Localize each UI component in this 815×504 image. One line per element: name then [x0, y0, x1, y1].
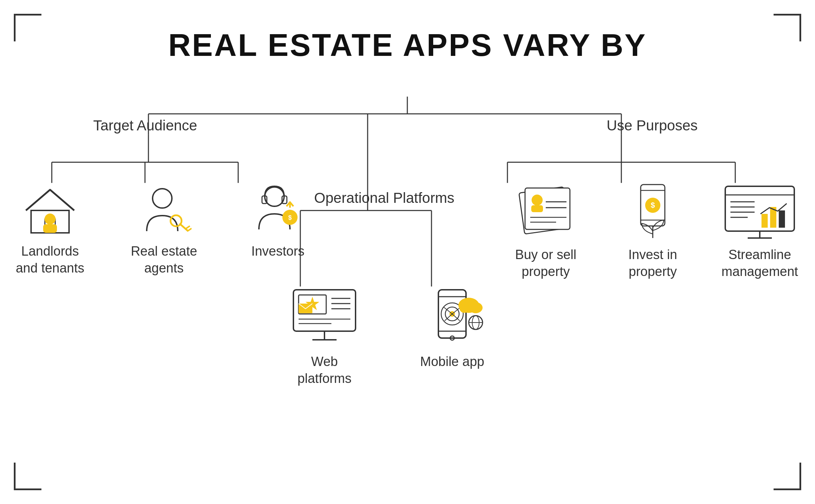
mobile-node: Mobile app — [411, 286, 494, 370]
agents-node: Real estateagents — [124, 183, 204, 277]
buy-sell-label: Buy or sellproperty — [515, 246, 576, 280]
landlords-icon — [22, 183, 78, 238]
invest-node: $ Invest inproperty — [611, 183, 694, 280]
mobile-label: Mobile app — [420, 353, 484, 370]
corner-tr — [774, 14, 801, 41]
svg-text:$: $ — [651, 201, 655, 209]
streamline-icon — [722, 183, 798, 241]
svg-line-26 — [187, 228, 192, 231]
svg-point-63 — [532, 195, 543, 206]
invest-icon: $ — [625, 183, 680, 241]
agents-label: Real estateagents — [131, 243, 197, 277]
corner-tl — [14, 14, 41, 41]
operational-platforms-label: Operational Platforms — [314, 190, 418, 206]
streamline-label: Streamlinemanagement — [721, 246, 798, 280]
invest-label: Invest inproperty — [628, 246, 677, 280]
page-wrapper: REAL ESTATE APPS VARY BY — [0, 0, 815, 504]
landlords-label: Landlordsand tenants — [16, 243, 85, 277]
buy-sell-icon — [511, 183, 580, 241]
audience-row: Landlordsand tenants Real estateagents — [10, 183, 318, 277]
mobile-icon — [418, 286, 487, 348]
investors-node: $ Investors — [238, 183, 318, 260]
web-icon — [290, 286, 359, 348]
streamline-node: Streamlinemanagement — [715, 183, 805, 280]
svg-rect-83 — [779, 210, 785, 228]
page-title: REAL ESTATE APPS VARY BY — [0, 0, 815, 70]
svg-text:$: $ — [288, 214, 292, 221]
svg-line-25 — [186, 226, 190, 229]
agents-icon — [136, 183, 192, 238]
web-node: Webplatforms — [283, 286, 366, 387]
landlords-node: Landlordsand tenants — [10, 183, 90, 277]
use-purposes-label: Use Purposes — [607, 117, 698, 134]
platforms-row: Webplatforms — [283, 286, 494, 387]
svg-point-56 — [469, 302, 483, 313]
svg-rect-64 — [531, 205, 543, 212]
web-label: Webplatforms — [298, 353, 351, 387]
investors-icon: $ — [247, 183, 309, 238]
svg-rect-81 — [761, 214, 768, 228]
purposes-row: Buy or sellproperty $ — [501, 183, 805, 280]
svg-rect-21 — [43, 224, 57, 233]
buy-sell-node: Buy or sellproperty — [501, 183, 591, 280]
diagram: Target Audience Operational Platforms Us… — [0, 76, 815, 504]
svg-point-22 — [153, 189, 172, 208]
investors-label: Investors — [251, 243, 304, 260]
svg-point-20 — [45, 214, 56, 225]
svg-point-57 — [459, 303, 469, 313]
target-audience-label: Target Audience — [93, 117, 197, 134]
svg-point-27 — [265, 187, 284, 206]
